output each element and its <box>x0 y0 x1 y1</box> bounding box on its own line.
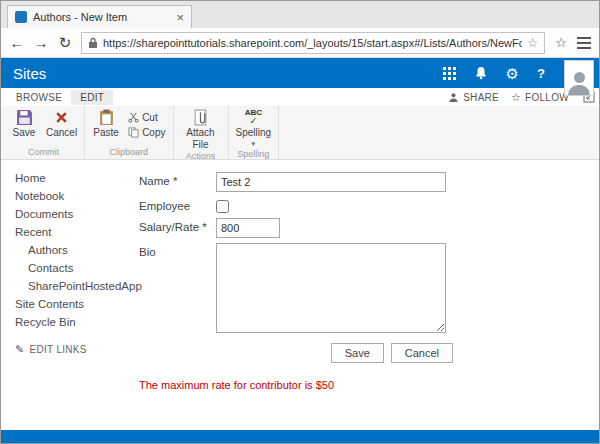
favorites-icon[interactable]: ☆ <box>553 36 569 49</box>
form-row-employee: Employee <box>139 197 599 213</box>
share-button[interactable]: SHARE <box>448 92 499 103</box>
cancel-button[interactable]: Cancel <box>46 109 77 139</box>
share-person-icon <box>448 92 459 103</box>
refresh-icon[interactable]: ↻ <box>57 35 73 50</box>
suite-bar: Sites ⚙ ? <box>1 58 599 88</box>
sidebar-item-notebook[interactable]: Notebook <box>1 187 133 205</box>
follow-label: FOLLOW <box>525 92 569 103</box>
tab-browse[interactable]: BROWSE <box>7 90 71 105</box>
form-button-row: Save Cancel <box>139 343 453 363</box>
edit-links-button[interactable]: ✎ EDIT LINKS <box>1 343 133 356</box>
required-mark: * <box>202 221 206 233</box>
sidebar-item-recent[interactable]: Recent <box>1 223 133 241</box>
tab-edit[interactable]: EDIT <box>71 90 113 105</box>
attach-file-button[interactable]: Attach File <box>181 109 221 150</box>
share-label: SHARE <box>463 92 499 103</box>
salary-label: Salary/Rate * <box>139 218 216 233</box>
browser-navbar: ← → ↻ https://sharepointtutorials.sharep… <box>1 28 599 58</box>
attach-file-label: Attach File <box>181 127 221 150</box>
cut-scissors-icon <box>128 112 139 123</box>
user-avatar[interactable] <box>564 60 594 96</box>
group-label-spelling: Spelling <box>236 148 272 161</box>
paste-label: Paste <box>93 127 119 139</box>
name-input[interactable] <box>216 172 446 192</box>
sidebar-item-authors[interactable]: Authors <box>1 241 133 259</box>
sidebar-item-recycle-bin[interactable]: Recycle Bin <box>1 313 133 331</box>
bell-icon[interactable] <box>474 66 488 80</box>
suite-icons: ⚙ ? <box>443 66 545 81</box>
avatar-body-icon <box>568 85 590 95</box>
ribbon: Save Cancel Commit Paste Cut <box>1 106 599 160</box>
form-row-bio: Bio <box>139 243 599 333</box>
url-text: https://sharepointtutorials.sharepoint.c… <box>103 37 522 49</box>
salary-input[interactable] <box>216 218 280 238</box>
paste-clipboard-icon <box>98 109 115 126</box>
name-label: Name * <box>139 172 216 187</box>
form-save-button[interactable]: Save <box>331 343 384 363</box>
gear-icon[interactable]: ⚙ <box>506 66 519 81</box>
avatar-head-icon <box>574 72 585 83</box>
copy-button[interactable]: Copy <box>128 127 165 138</box>
bottom-bar <box>1 430 599 443</box>
cancel-label: Cancel <box>46 127 77 139</box>
form-row-name: Name * <box>139 172 599 192</box>
spelling-abc-icon: ABC ✓ <box>245 109 262 126</box>
ribbon-group-actions: Attach File Actions <box>174 106 229 159</box>
edit-links-label: EDIT LINKS <box>30 344 87 355</box>
address-bar[interactable]: https://sharepointtutorials.sharepoint.c… <box>81 32 545 54</box>
browser-window: Authors - New Item × ← → ↻ https://share… <box>0 0 600 444</box>
group-label-commit: Commit <box>10 146 77 159</box>
back-icon[interactable]: ← <box>9 35 25 50</box>
form-row-salary: Salary/Rate * <box>139 218 599 238</box>
sidebar-item-sharepointhostedapp[interactable]: SharePointHostedApp <box>1 277 133 295</box>
save-floppy-icon <box>16 109 33 126</box>
app-launcher-icon[interactable] <box>443 67 456 80</box>
tab-title: Authors - New Item <box>33 11 170 23</box>
new-item-form: Name * Employee Salary/Rate * Bio Save C… <box>133 160 599 430</box>
validation-error-message: The maximum rate for contributor is $50 <box>139 379 599 391</box>
sidebar-item-contacts[interactable]: Contacts <box>1 259 133 277</box>
sidebar-nav: Home Notebook Documents Recent Authors C… <box>1 160 133 430</box>
save-button[interactable]: Save <box>10 109 38 139</box>
lock-icon <box>88 37 98 49</box>
spelling-button[interactable]: ABC ✓ Spelling ▾ <box>236 109 272 148</box>
employee-checkbox[interactable] <box>216 200 229 213</box>
ribbon-tab-row: BROWSE EDIT SHARE ☆ FOLLOW <box>1 88 599 106</box>
bio-label: Bio <box>139 243 216 258</box>
form-cancel-button[interactable]: Cancel <box>391 343 453 363</box>
browser-tab-strip: Authors - New Item × <box>1 1 599 28</box>
follow-button[interactable]: ☆ FOLLOW <box>511 91 569 104</box>
copy-label: Copy <box>142 127 165 138</box>
ribbon-group-clipboard: Paste Cut Copy Clipboard <box>85 106 173 159</box>
attach-file-icon <box>193 109 208 126</box>
sidebar-item-documents[interactable]: Documents <box>1 205 133 223</box>
menu-icon[interactable] <box>577 37 591 49</box>
required-mark: * <box>173 175 177 187</box>
cancel-x-icon <box>54 109 69 126</box>
spelling-dropdown-icon: ▾ <box>252 140 256 148</box>
sharepoint-favicon-icon <box>15 11 27 23</box>
sidebar-item-home[interactable]: Home <box>1 169 133 187</box>
paste-button[interactable]: Paste <box>92 109 120 139</box>
suite-title[interactable]: Sites <box>13 65 46 82</box>
spelling-label: Spelling <box>236 127 272 139</box>
sidebar-item-site-contents[interactable]: Site Contents <box>1 295 133 313</box>
group-label-clipboard: Clipboard <box>92 146 165 159</box>
bio-textarea[interactable] <box>216 243 446 333</box>
main-area: Home Notebook Documents Recent Authors C… <box>1 160 599 430</box>
follow-star-icon: ☆ <box>511 91 521 104</box>
tab-close-icon[interactable]: × <box>176 11 184 24</box>
cut-button[interactable]: Cut <box>128 112 165 123</box>
help-icon[interactable]: ? <box>537 66 545 81</box>
copy-pages-icon <box>128 127 139 138</box>
cut-label: Cut <box>142 112 158 123</box>
forward-icon[interactable]: → <box>33 35 49 50</box>
ribbon-group-spelling: ABC ✓ Spelling ▾ Spelling <box>229 106 280 159</box>
ribbon-group-commit: Save Cancel Commit <box>3 106 85 159</box>
employee-label: Employee <box>139 197 216 212</box>
pencil-icon: ✎ <box>15 343 25 356</box>
favorite-star-icon[interactable]: ☆ <box>527 36 538 50</box>
save-label: Save <box>13 127 36 139</box>
browser-tab[interactable]: Authors - New Item × <box>7 5 192 28</box>
